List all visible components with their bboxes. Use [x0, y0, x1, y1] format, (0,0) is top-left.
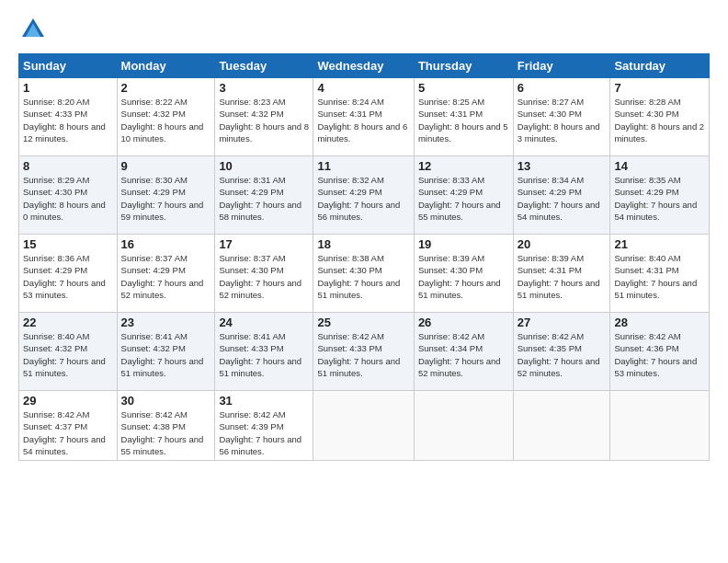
day-info: Sunrise: 8:42 AM Sunset: 4:35 PM Dayligh… — [518, 330, 607, 379]
day-info: Sunrise: 8:34 AM Sunset: 4:29 PM Dayligh… — [518, 174, 607, 223]
calendar-cell: 17 Sunrise: 8:37 AM Sunset: 4:30 PM Dayl… — [215, 235, 313, 313]
calendar-cell: 26 Sunrise: 8:42 AM Sunset: 4:34 PM Dayl… — [414, 313, 513, 391]
day-info: Sunrise: 8:42 AM Sunset: 4:36 PM Dayligh… — [614, 330, 705, 379]
calendar-week-row: 1 Sunrise: 8:20 AM Sunset: 4:33 PM Dayli… — [19, 78, 710, 156]
day-number: 26 — [418, 316, 509, 329]
header — [18, 15, 710, 44]
day-info: Sunrise: 8:42 AM Sunset: 4:37 PM Dayligh… — [23, 408, 113, 457]
calendar-week-row: 22 Sunrise: 8:40 AM Sunset: 4:32 PM Dayl… — [19, 313, 710, 391]
day-info: Sunrise: 8:42 AM Sunset: 4:34 PM Dayligh… — [418, 330, 509, 379]
calendar-cell: 28 Sunrise: 8:42 AM Sunset: 4:36 PM Dayl… — [610, 313, 710, 391]
day-number: 10 — [219, 159, 309, 173]
calendar-cell: 2 Sunrise: 8:22 AM Sunset: 4:32 PM Dayli… — [117, 78, 215, 156]
day-info: Sunrise: 8:37 AM Sunset: 4:29 PM Dayligh… — [121, 252, 211, 301]
day-number: 29 — [23, 394, 113, 408]
calendar-cell: 11 Sunrise: 8:32 AM Sunset: 4:29 PM Dayl… — [313, 156, 414, 235]
weekday-header: Saturday — [610, 54, 710, 78]
day-number: 4 — [317, 81, 409, 95]
day-info: Sunrise: 8:40 AM Sunset: 4:31 PM Dayligh… — [614, 252, 705, 301]
day-number: 12 — [418, 159, 509, 173]
calendar-cell: 8 Sunrise: 8:29 AM Sunset: 4:30 PM Dayli… — [19, 156, 118, 235]
weekday-header: Thursday — [414, 54, 513, 78]
weekday-header: Monday — [117, 54, 215, 78]
logo-icon — [18, 15, 48, 44]
day-number: 28 — [614, 316, 705, 329]
day-info: Sunrise: 8:30 AM Sunset: 4:29 PM Dayligh… — [121, 174, 211, 223]
day-info: Sunrise: 8:24 AM Sunset: 4:31 PM Dayligh… — [317, 96, 409, 144]
logo — [18, 15, 51, 44]
day-info: Sunrise: 8:36 AM Sunset: 4:29 PM Dayligh… — [23, 252, 113, 301]
day-number: 20 — [518, 237, 607, 251]
weekday-header: Wednesday — [313, 54, 414, 78]
day-number: 9 — [121, 159, 211, 173]
day-number: 19 — [418, 237, 509, 251]
calendar-cell: 18 Sunrise: 8:38 AM Sunset: 4:30 PM Dayl… — [313, 235, 414, 313]
calendar-cell: 5 Sunrise: 8:25 AM Sunset: 4:31 PM Dayli… — [414, 78, 513, 156]
day-info: Sunrise: 8:37 AM Sunset: 4:30 PM Dayligh… — [219, 252, 309, 301]
day-number: 14 — [614, 159, 705, 173]
day-info: Sunrise: 8:35 AM Sunset: 4:29 PM Dayligh… — [614, 174, 705, 223]
day-info: Sunrise: 8:39 AM Sunset: 4:30 PM Dayligh… — [418, 252, 509, 301]
page: SundayMondayTuesdayWednesdayThursdayFrid… — [0, 0, 728, 563]
calendar-cell: 10 Sunrise: 8:31 AM Sunset: 4:29 PM Dayl… — [215, 156, 313, 235]
calendar-cell: 14 Sunrise: 8:35 AM Sunset: 4:29 PM Dayl… — [610, 156, 710, 235]
day-number: 18 — [317, 237, 409, 251]
calendar-cell: 19 Sunrise: 8:39 AM Sunset: 4:30 PM Dayl… — [414, 235, 513, 313]
calendar-cell: 15 Sunrise: 8:36 AM Sunset: 4:29 PM Dayl… — [19, 235, 118, 313]
day-number: 22 — [23, 316, 113, 329]
calendar-week-row: 8 Sunrise: 8:29 AM Sunset: 4:30 PM Dayli… — [19, 156, 710, 235]
calendar-table: SundayMondayTuesdayWednesdayThursdayFrid… — [18, 53, 710, 461]
calendar-cell — [414, 391, 513, 461]
day-info: Sunrise: 8:40 AM Sunset: 4:32 PM Dayligh… — [23, 330, 113, 379]
day-number: 6 — [518, 81, 607, 95]
day-number: 7 — [614, 81, 705, 95]
calendar-header-row: SundayMondayTuesdayWednesdayThursdayFrid… — [19, 54, 710, 78]
calendar-cell: 21 Sunrise: 8:40 AM Sunset: 4:31 PM Dayl… — [610, 235, 710, 313]
calendar-cell: 16 Sunrise: 8:37 AM Sunset: 4:29 PM Dayl… — [117, 235, 215, 313]
calendar-cell: 25 Sunrise: 8:42 AM Sunset: 4:33 PM Dayl… — [313, 313, 414, 391]
calendar-cell: 12 Sunrise: 8:33 AM Sunset: 4:29 PM Dayl… — [414, 156, 513, 235]
day-number: 24 — [219, 316, 309, 329]
day-number: 5 — [418, 81, 509, 95]
calendar-cell: 9 Sunrise: 8:30 AM Sunset: 4:29 PM Dayli… — [117, 156, 215, 235]
day-number: 16 — [121, 237, 211, 251]
day-info: Sunrise: 8:23 AM Sunset: 4:32 PM Dayligh… — [219, 96, 309, 144]
day-number: 15 — [23, 237, 113, 251]
day-number: 1 — [23, 81, 113, 95]
calendar-cell: 20 Sunrise: 8:39 AM Sunset: 4:31 PM Dayl… — [513, 235, 610, 313]
weekday-header: Friday — [513, 54, 610, 78]
day-info: Sunrise: 8:41 AM Sunset: 4:32 PM Dayligh… — [121, 330, 211, 379]
day-number: 25 — [317, 316, 409, 329]
calendar-cell: 1 Sunrise: 8:20 AM Sunset: 4:33 PM Dayli… — [19, 78, 118, 156]
day-number: 27 — [518, 316, 607, 329]
day-info: Sunrise: 8:22 AM Sunset: 4:32 PM Dayligh… — [121, 96, 211, 144]
day-info: Sunrise: 8:31 AM Sunset: 4:29 PM Dayligh… — [219, 174, 309, 223]
calendar-cell — [513, 391, 610, 461]
day-info: Sunrise: 8:42 AM Sunset: 4:39 PM Dayligh… — [219, 408, 309, 457]
day-info: Sunrise: 8:42 AM Sunset: 4:38 PM Dayligh… — [121, 408, 211, 457]
calendar-cell: 3 Sunrise: 8:23 AM Sunset: 4:32 PM Dayli… — [215, 78, 313, 156]
day-number: 17 — [219, 237, 309, 251]
calendar-cell — [313, 391, 414, 461]
calendar-week-row: 29 Sunrise: 8:42 AM Sunset: 4:37 PM Dayl… — [19, 391, 710, 461]
day-number: 3 — [219, 81, 309, 95]
day-info: Sunrise: 8:27 AM Sunset: 4:30 PM Dayligh… — [518, 96, 607, 144]
calendar-cell: 6 Sunrise: 8:27 AM Sunset: 4:30 PM Dayli… — [513, 78, 610, 156]
day-info: Sunrise: 8:42 AM Sunset: 4:33 PM Dayligh… — [317, 330, 409, 379]
calendar-week-row: 15 Sunrise: 8:36 AM Sunset: 4:29 PM Dayl… — [19, 235, 710, 313]
day-number: 8 — [23, 159, 113, 173]
day-info: Sunrise: 8:29 AM Sunset: 4:30 PM Dayligh… — [23, 174, 113, 223]
calendar-cell: 29 Sunrise: 8:42 AM Sunset: 4:37 PM Dayl… — [19, 391, 118, 461]
day-info: Sunrise: 8:28 AM Sunset: 4:30 PM Dayligh… — [614, 96, 705, 144]
calendar-cell: 22 Sunrise: 8:40 AM Sunset: 4:32 PM Dayl… — [19, 313, 118, 391]
day-number: 31 — [219, 394, 309, 408]
day-number: 23 — [121, 316, 211, 329]
calendar-cell: 27 Sunrise: 8:42 AM Sunset: 4:35 PM Dayl… — [513, 313, 610, 391]
calendar-cell — [610, 391, 710, 461]
day-info: Sunrise: 8:25 AM Sunset: 4:31 PM Dayligh… — [418, 96, 509, 144]
day-info: Sunrise: 8:33 AM Sunset: 4:29 PM Dayligh… — [418, 174, 509, 223]
calendar-cell: 23 Sunrise: 8:41 AM Sunset: 4:32 PM Dayl… — [117, 313, 215, 391]
day-number: 13 — [518, 159, 607, 173]
day-info: Sunrise: 8:20 AM Sunset: 4:33 PM Dayligh… — [23, 96, 113, 144]
day-info: Sunrise: 8:39 AM Sunset: 4:31 PM Dayligh… — [518, 252, 607, 301]
